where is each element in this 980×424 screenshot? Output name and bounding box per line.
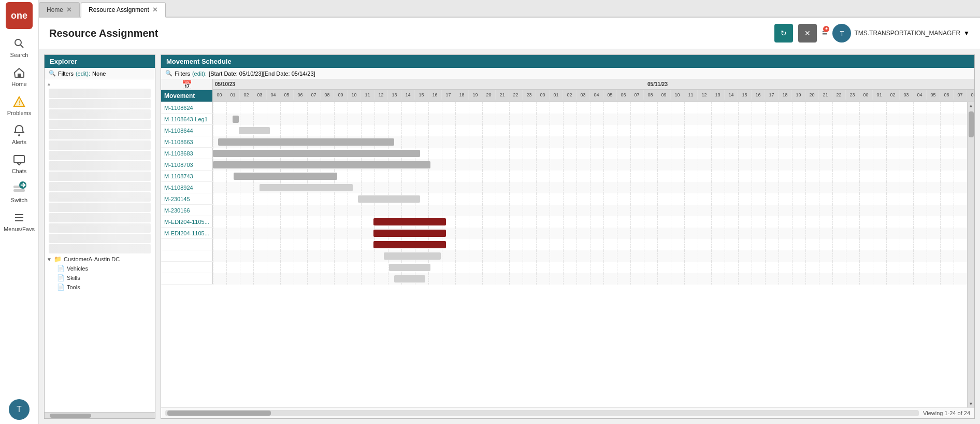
refresh-button[interactable]: ↻ (774, 24, 793, 43)
sidebar-item-home[interactable]: Home (0, 62, 38, 91)
tree-blurred-14 (49, 223, 151, 233)
movement-id-label[interactable]: M-1108683 (161, 148, 213, 159)
table-row: M-1108924 (161, 182, 967, 193)
gantt-bar-area (213, 102, 967, 114)
scroll-thumb[interactable] (969, 111, 974, 137)
tab-resource-close[interactable]: ✕ (152, 6, 158, 13)
movement-id-label[interactable]: M-1108924 (161, 182, 213, 193)
hour-cell: 15 (738, 90, 752, 100)
movement-id-label[interactable] (161, 273, 213, 284)
movement-id-label[interactable]: M-EDI204-1105... (161, 216, 213, 227)
movement-id-label[interactable]: M-1108643-Leg1 (161, 114, 213, 124)
sidebar-item-search[interactable]: Search (0, 33, 38, 62)
home-icon (13, 66, 25, 80)
svg-line-1 (21, 45, 24, 48)
movement-col-header: Movement (161, 90, 213, 102)
tree-collapse-icon: ▼ (47, 257, 54, 262)
table-row: M-EDI204-1105... (161, 216, 967, 228)
hscroll-track[interactable] (165, 410, 919, 416)
gantt-bar[interactable] (358, 195, 420, 203)
gantt-bar[interactable] (394, 275, 425, 282)
tab-home[interactable]: Home ✕ (39, 2, 80, 17)
svg-rect-2 (18, 74, 21, 77)
explorer-hscroll[interactable] (45, 412, 155, 418)
sidebar-item-switch[interactable]: Switch (0, 178, 38, 207)
sidebar-item-problems[interactable]: ! Problems (0, 91, 38, 120)
hour-cell: 04 (590, 90, 603, 100)
movement-id-label[interactable]: M-230145 (161, 193, 213, 204)
hour-cell: 19 (469, 90, 482, 100)
explorer-filter-edit[interactable]: (edit): (76, 70, 90, 77)
tree-item-skills[interactable]: 📄 Skills (45, 273, 155, 282)
menu-icon (13, 211, 25, 225)
user-dropdown[interactable]: T TMS.TRANSPORTATION_MANAGER ▼ (832, 24, 970, 43)
movement-id-label[interactable]: M-230166 (161, 205, 213, 216)
movement-id-label[interactable]: M-EDI204-1105... (161, 228, 213, 238)
search-icon (13, 37, 25, 51)
gantt-bar[interactable] (233, 116, 239, 123)
cancel-button[interactable]: ✕ (798, 24, 817, 43)
gantt-bar[interactable] (373, 230, 446, 237)
sidebar: one Search Home ! Problems Alerts Chats (0, 0, 39, 424)
table-row: M-EDI204-1105... (161, 228, 967, 239)
hour-cell: 01 (550, 90, 563, 100)
tree-item-customer-austin[interactable]: ▼ 📁 CustomerA-Austin DC (45, 255, 155, 264)
dates-label-row: 05/10/23 05/11/23 (213, 79, 974, 90)
tree-blurred-1 (49, 89, 151, 98)
movement-id-label[interactable] (161, 250, 213, 261)
page-header: Resource Assignment ↻ ✕ ≡ ★ T TMS.TRANSP… (39, 18, 980, 49)
movement-id-label[interactable] (161, 239, 213, 250)
gantt-bar[interactable] (218, 138, 394, 146)
gantt-bar[interactable] (213, 150, 420, 157)
sidebar-item-alerts[interactable]: Alerts (0, 120, 38, 149)
movement-id-label[interactable]: M-1108743 (161, 171, 213, 181)
gantt-bar[interactable] (373, 241, 446, 248)
explorer-filter-value: None (92, 70, 106, 77)
gantt-bar[interactable] (234, 173, 337, 180)
tree-scroll-up: ▲ (45, 80, 155, 88)
gantt-bar[interactable] (373, 218, 446, 225)
schedule-filter-label: Filters (175, 70, 190, 77)
scroll-down-arrow[interactable]: ▼ (968, 400, 974, 407)
hour-cell: 21 (496, 90, 509, 100)
user-avatar-sidebar[interactable]: T (9, 399, 30, 420)
notification-badge: ★ (823, 26, 829, 32)
explorer-hscroll-thumb[interactable] (50, 414, 91, 418)
table-row: M-230145 (161, 193, 967, 205)
gantt-bar[interactable] (384, 252, 441, 260)
gantt-bar[interactable] (389, 264, 430, 271)
gantt-footer: Viewing 1-24 of 24 (161, 407, 974, 418)
movement-id-label[interactable]: M-1108644 (161, 125, 213, 136)
date2-label: 05/11/23 (645, 81, 670, 87)
movement-id-label[interactable]: M-1108663 (161, 136, 213, 147)
vertical-scrollbar[interactable]: ▲ ▼ (967, 102, 974, 407)
hour-cell: 23 (846, 90, 859, 100)
svg-point-4 (18, 134, 20, 136)
tab-home-close[interactable]: ✕ (66, 6, 72, 13)
movement-id-label[interactable]: M-1108624 (161, 102, 213, 113)
tree-blurred-9 (49, 172, 151, 181)
sidebar-item-chats[interactable]: Chats (0, 149, 38, 178)
tree-item-vehicles[interactable]: 📄 Vehicles (45, 264, 155, 273)
gantt-bar[interactable] (213, 161, 430, 168)
tree-item-tools[interactable]: 📄 Tools (45, 282, 155, 292)
hour-cell: 02 (886, 90, 900, 100)
tab-resource-assignment[interactable]: Resource Assignment ✕ (81, 2, 166, 18)
explorer-header: Explorer (45, 55, 155, 68)
menu-button[interactable]: ≡ ★ (822, 28, 828, 39)
hscroll-thumb[interactable] (167, 411, 271, 416)
movement-id-label[interactable] (161, 262, 213, 273)
gantt-header-row: 📅 05/10/23 05/11/23 (161, 79, 974, 90)
scroll-up-arrow[interactable]: ▲ (968, 102, 974, 109)
movement-id-label[interactable]: M-1108703 (161, 159, 213, 170)
tree-blurred-6 (49, 140, 151, 150)
hour-cell: 16 (752, 90, 765, 100)
tree-blurred-16 (49, 244, 151, 253)
hour-cell: 05 (280, 90, 294, 100)
gantt-bar[interactable] (239, 127, 270, 134)
sidebar-item-menus[interactable]: Menus/Favs (0, 207, 38, 236)
schedule-filter-edit[interactable]: (edit): (192, 70, 207, 77)
gantt-bar[interactable] (260, 184, 353, 191)
page-title: Resource Assignment (49, 27, 158, 39)
sidebar-alerts-label: Alerts (12, 139, 26, 145)
